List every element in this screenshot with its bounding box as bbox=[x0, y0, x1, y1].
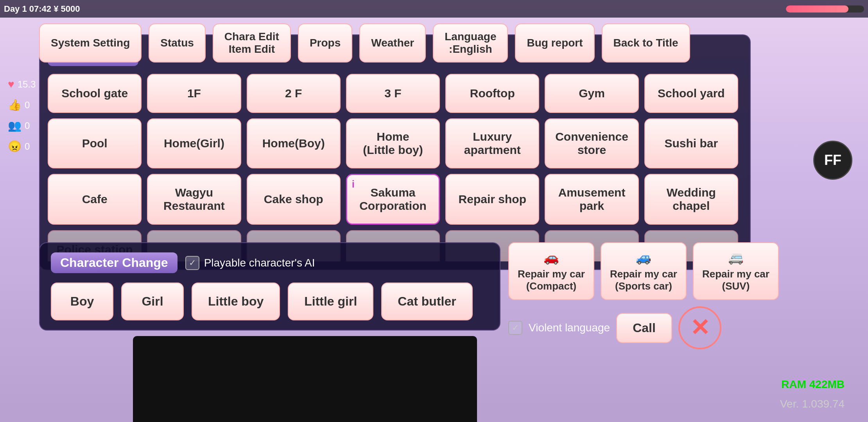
ram-info: RAM 422MB bbox=[781, 378, 845, 391]
hp-bar-container bbox=[786, 5, 864, 13]
left-icons: ♥ 15.3 👍 0 👥 0 😠 0 bbox=[8, 78, 36, 153]
people-icon: 👥 bbox=[8, 119, 22, 132]
face-icon: 😠 bbox=[8, 140, 22, 153]
repair-compact-label: Repair my car(Compact) bbox=[518, 268, 585, 292]
location-wagyu-restaurant[interactable]: WagyuRestaurant bbox=[147, 174, 241, 225]
character-change-panel: Character Change ✓ Playable character's … bbox=[39, 242, 500, 331]
location-2f[interactable]: 2 F bbox=[247, 74, 341, 113]
repair-suv-button[interactable]: 🚐 Repair my car(SUV) bbox=[693, 242, 779, 300]
like-icon: 👍 bbox=[8, 98, 22, 111]
day-info: Day 1 07:42 ¥ 5000 bbox=[4, 4, 80, 14]
people-icon-item: 👥 0 bbox=[8, 119, 36, 132]
like-value: 0 bbox=[25, 100, 30, 111]
location-cafe[interactable]: Cafe bbox=[48, 174, 142, 225]
location-1f[interactable]: 1F bbox=[147, 74, 241, 113]
extras-row: ✓ Violent language Call ✕ bbox=[508, 306, 829, 349]
location-home-girl[interactable]: Home(Girl) bbox=[147, 118, 241, 168]
nav-buttons: System Setting Status Chara Edit Item Ed… bbox=[39, 20, 790, 66]
char-cat-butler-button[interactable]: Cat butler bbox=[381, 283, 472, 320]
version-info: Ver. 1.039.74 bbox=[780, 398, 845, 410]
violent-language-label: Violent language bbox=[529, 322, 610, 334]
right-panel: 🚗 Repair my car(Compact) 🚙 Repair my car… bbox=[508, 242, 829, 349]
status-button[interactable]: Status bbox=[149, 23, 206, 63]
repair-compact-button[interactable]: 🚗 Repair my car(Compact) bbox=[508, 242, 594, 300]
violent-lang-checkbox[interactable]: ✓ bbox=[508, 321, 522, 335]
heart-value: 15.3 bbox=[18, 79, 36, 90]
location-gym[interactable]: Gym bbox=[545, 74, 638, 113]
ai-checkbox-label: Playable character's AI bbox=[204, 257, 315, 269]
face-icon-item: 😠 0 bbox=[8, 140, 36, 153]
face-value: 0 bbox=[25, 141, 30, 152]
sports-car-icon: 🚙 bbox=[636, 250, 651, 265]
location-cake-shop[interactable]: Cake shop bbox=[247, 174, 341, 225]
location-convenience-store[interactable]: Conveniencestore bbox=[545, 118, 638, 168]
char-buttons: Boy Girl Little boy Little girl Cat butl… bbox=[51, 283, 489, 320]
close-button[interactable]: ✕ bbox=[678, 306, 721, 349]
people-value: 0 bbox=[25, 120, 30, 131]
char-boy-button[interactable]: Boy bbox=[51, 283, 113, 320]
video-area bbox=[133, 336, 477, 422]
compact-car-icon: 🚗 bbox=[543, 250, 559, 265]
area-grid: School gate 1F 2 F 3 F Rooftop Gym Schoo… bbox=[48, 74, 742, 261]
language-button[interactable]: Language :English bbox=[433, 23, 508, 63]
ff-button[interactable]: FF bbox=[813, 141, 852, 180]
call-button[interactable]: Call bbox=[616, 313, 672, 343]
char-little-girl-button[interactable]: Little girl bbox=[288, 283, 373, 320]
heart-icon: ♥ bbox=[8, 78, 14, 91]
weather-button[interactable]: Weather bbox=[359, 23, 426, 63]
repair-suv-label: Repair my car(SUV) bbox=[702, 268, 769, 292]
like-icon-item: 👍 0 bbox=[8, 98, 36, 111]
back-to-title-button[interactable]: Back to Title bbox=[602, 23, 690, 63]
hp-fill bbox=[786, 5, 848, 13]
char-little-boy-button[interactable]: Little boy bbox=[192, 283, 280, 320]
location-luxury-apartment[interactable]: Luxuryapartment bbox=[445, 118, 539, 168]
repair-sports-button[interactable]: 🚙 Repair my car(Sports car) bbox=[601, 242, 687, 300]
close-x-icon: ✕ bbox=[690, 316, 710, 340]
location-repair-shop[interactable]: Repair shop bbox=[445, 174, 539, 225]
bug-report-button[interactable]: Bug report bbox=[515, 23, 594, 63]
props-button[interactable]: Props bbox=[298, 23, 352, 63]
location-sakuma-corporation[interactable]: i SakumaCorporation bbox=[346, 174, 440, 225]
char-panel-header: Character Change ✓ Playable character's … bbox=[51, 252, 489, 273]
suv-car-icon: 🚐 bbox=[728, 250, 744, 265]
ai-checkbox-area[interactable]: ✓ Playable character's AI bbox=[185, 256, 315, 270]
location-sushi-bar[interactable]: Sushi bar bbox=[644, 118, 738, 168]
location-rooftop[interactable]: Rooftop bbox=[445, 74, 539, 113]
system-setting-button[interactable]: System Setting bbox=[39, 23, 142, 63]
location-amusement-park[interactable]: Amusementpark bbox=[545, 174, 638, 225]
location-school-gate[interactable]: School gate bbox=[48, 74, 142, 113]
car-repair-row: 🚗 Repair my car(Compact) 🚙 Repair my car… bbox=[508, 242, 829, 300]
location-home-little-boy[interactable]: Home(Little boy) bbox=[346, 118, 440, 168]
location-3f[interactable]: 3 F bbox=[346, 74, 440, 113]
chara-edit-button[interactable]: Chara Edit Item Edit bbox=[213, 23, 291, 63]
repair-sports-label: Repair my car(Sports car) bbox=[610, 268, 677, 292]
location-pool[interactable]: Pool bbox=[48, 118, 142, 168]
hp-bar bbox=[786, 5, 864, 13]
location-home-boy[interactable]: Home(Boy) bbox=[247, 118, 341, 168]
heart-icon-item: ♥ 15.3 bbox=[8, 78, 36, 91]
ai-checkbox[interactable]: ✓ bbox=[185, 256, 199, 270]
char-girl-button[interactable]: Girl bbox=[121, 283, 184, 320]
top-bar: Day 1 07:42 ¥ 5000 bbox=[0, 0, 868, 18]
location-school-yard[interactable]: School yard bbox=[644, 74, 738, 113]
location-wedding-chapel[interactable]: Weddingchapel bbox=[644, 174, 738, 225]
character-change-title: Character Change bbox=[51, 252, 178, 273]
area-panel: Area Move School gate 1F 2 F 3 F Rooftop… bbox=[39, 34, 751, 270]
